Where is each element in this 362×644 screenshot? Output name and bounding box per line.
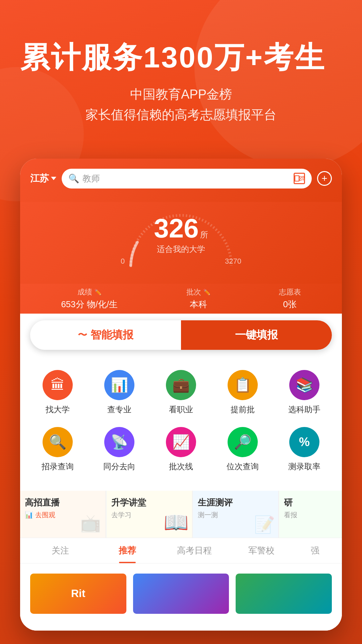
banner-research-title: 研	[284, 497, 337, 508]
gauge-right-label: 3270	[225, 257, 241, 266]
location-text: 江苏	[30, 172, 49, 185]
svg-rect-0	[300, 176, 301, 178]
content-image-1: Rit	[30, 574, 126, 614]
icon-label-early-admission: 提前批	[231, 404, 255, 415]
info-wishlist-label: 志愿表	[279, 287, 301, 297]
icon-subject-helper[interactable]: 📚 选科助手	[278, 370, 331, 415]
quick-fill-button[interactable]: 一键填报	[181, 320, 332, 350]
svg-rect-2	[300, 179, 301, 181]
icon-rank-query[interactable]: 🔎 位次查询	[216, 427, 269, 472]
gauge-label: 适合我的大学	[154, 244, 208, 255]
icon-career[interactable]: 💼 看职业	[154, 370, 208, 415]
scan-icon[interactable]	[294, 173, 305, 184]
banner-career-test[interactable]: 生涯测评 测一测 📝	[193, 491, 279, 538]
edit-icon-batch: ✏️	[203, 288, 210, 296]
icons-row-1: 🏛 找大学 📊 查专业 💼 看职业 📋 提前批 📚 选科助手	[27, 370, 335, 415]
info-wishlist-value: 0张	[279, 299, 301, 310]
tab-recommend[interactable]: 推荐	[94, 538, 161, 563]
hero-section: 累计服务1300万+考生 中国教育APP金榜 家长值得信赖的高考志愿填报平台	[0, 0, 362, 145]
phone-mockup: 江苏 🔍 教师 +	[20, 159, 342, 631]
icon-circle-enrollment: 🔍	[43, 427, 73, 457]
top-bar: 江苏 🔍 教师 +	[30, 169, 332, 189]
icon-circle-batch-line: 📈	[166, 427, 196, 457]
content-image-3	[236, 574, 332, 614]
icons-row-2: 🔍 招录查询 📡 同分去向 📈 批次线 🔎 位次查询 % 测录取率	[27, 427, 335, 472]
icon-find-university[interactable]: 🏛 找大学	[31, 370, 84, 415]
tab-schedule[interactable]: 高考日程	[161, 538, 228, 563]
icon-circle-early-admission: 📋	[228, 370, 258, 400]
banner-research[interactable]: 研 看报	[279, 491, 342, 538]
banner-career-icon: 📝	[254, 515, 275, 534]
icon-label-same-score: 同分去向	[103, 461, 135, 472]
hero-subtitle-line1: 中国教育APP金榜	[20, 84, 342, 105]
quick-fill-label: 一键填报	[235, 328, 278, 342]
icon-circle-find-university: 🏛	[43, 370, 73, 400]
tab-more[interactable]: 强	[295, 538, 335, 563]
icon-label-batch-line: 批次线	[169, 461, 193, 472]
svg-rect-1	[302, 176, 304, 178]
icon-label-enrollment: 招录查询	[42, 461, 74, 472]
banners-row: 高招直播 📊 去围观 📺 升学讲堂 去学习 📖 生涯测评 测一测 📝 研 看报	[20, 491, 342, 538]
content-preview: Rit	[20, 564, 342, 631]
banner-live-decoration: 📺	[80, 514, 101, 533]
action-buttons: 〜 智能填报 一键填报	[30, 320, 332, 350]
icon-same-score[interactable]: 📡 同分去向	[93, 427, 146, 472]
icon-enrollment-query[interactable]: 🔍 招录查询	[31, 427, 84, 472]
info-score[interactable]: 成绩 ✏️ 653分 物/化/生	[61, 287, 118, 310]
icon-circle-acceptance: %	[289, 427, 319, 457]
info-score-label: 成绩 ✏️	[61, 287, 118, 297]
add-button[interactable]: +	[317, 171, 332, 186]
hero-subtitle: 中国教育APP金榜 家长值得信赖的高考志愿填报平台	[20, 84, 342, 125]
gauge-section: 326所 适合我的大学 0 3270	[20, 202, 342, 284]
smart-fill-button[interactable]: 〜 智能填报	[30, 320, 181, 350]
tabs-navigation: 关注 推荐 高考日程 军警校 强	[20, 538, 342, 564]
tab-military[interactable]: 军警校	[228, 538, 295, 563]
hero-subtitle-line2: 家长值得信赖的高考志愿填报平台	[20, 105, 342, 125]
icon-label-acceptance: 测录取率	[288, 461, 320, 472]
icon-label-find-university: 找大学	[46, 404, 70, 415]
search-placeholder: 教师	[82, 173, 290, 184]
location-button[interactable]: 江苏	[30, 172, 56, 185]
search-icon: 🔍	[68, 173, 79, 184]
info-batch[interactable]: 批次 ✏️ 本科	[186, 287, 210, 310]
banner-research-subtitle: 看报	[284, 511, 337, 520]
content-card-2[interactable]	[130, 570, 233, 627]
info-score-value: 653分 物/化/生	[61, 299, 118, 310]
edit-icon: ✏️	[94, 288, 102, 296]
banner-career-title: 生涯测评	[198, 497, 274, 508]
info-wishlist[interactable]: 志愿表 0张	[279, 287, 301, 310]
icon-label-check-major: 查专业	[107, 404, 131, 415]
phone-header: 江苏 🔍 教师 +	[20, 159, 342, 202]
icon-label-career: 看职业	[169, 404, 193, 415]
icon-circle-career: 💼	[166, 370, 196, 400]
banner-live[interactable]: 高招直播 📊 去围观 📺	[20, 491, 106, 538]
bottom-tabs: 关注 推荐 高考日程 军警校 强 Rit	[20, 538, 342, 631]
banner-lecture[interactable]: 升学讲堂 去学习 📖	[107, 491, 192, 538]
banner-book-icon: 📖	[164, 511, 189, 534]
smart-icon: 〜	[78, 329, 87, 341]
info-row: 成绩 ✏️ 653分 物/化/生 批次 ✏️ 本科 志愿表 0张	[20, 284, 342, 314]
icons-grid: 🏛 找大学 📊 查专业 💼 看职业 📋 提前批 📚 选科助手 🔍	[20, 360, 342, 491]
icon-batch-line[interactable]: 📈 批次线	[154, 427, 208, 472]
smart-fill-label: 智能填报	[90, 328, 133, 342]
search-bar[interactable]: 🔍 教师	[62, 169, 312, 189]
content-card-3[interactable]	[232, 570, 335, 627]
icon-circle-subject-helper: 📚	[289, 370, 319, 400]
icon-circle-check-major: 📊	[104, 370, 134, 400]
icon-circle-rank-query: 🔎	[228, 427, 258, 457]
icon-label-rank-query: 位次查询	[227, 461, 259, 472]
info-batch-value: 本科	[186, 299, 210, 310]
info-batch-label: 批次 ✏️	[186, 287, 210, 297]
content-image-2	[133, 574, 229, 614]
icon-label-subject-helper: 选科助手	[288, 404, 320, 415]
icon-early-admission[interactable]: 📋 提前批	[216, 370, 269, 415]
content-card-1[interactable]: Rit	[27, 570, 130, 627]
gauge-score: 326所	[154, 215, 208, 242]
icon-acceptance-rate[interactable]: % 测录取率	[278, 427, 331, 472]
hero-title: 累计服务1300万+考生	[20, 40, 342, 74]
gauge-left-label: 0	[121, 257, 125, 266]
icon-check-major[interactable]: 📊 查专业	[93, 370, 146, 415]
banner-live-title: 高招直播	[25, 497, 101, 508]
tab-follow[interactable]: 关注	[27, 538, 94, 563]
banner-lecture-title: 升学讲堂	[111, 497, 187, 508]
